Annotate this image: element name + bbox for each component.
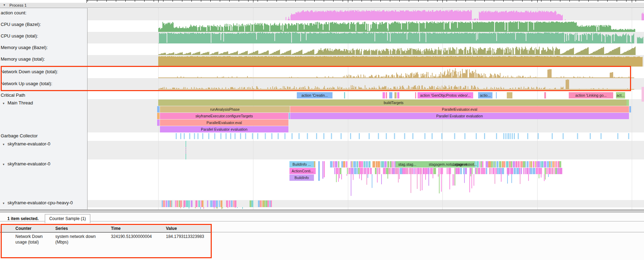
ruler-tick [465,0,466,2]
ruler-tick [636,0,636,2]
collapse-arrow-icon[interactable]: ▾ [3,102,5,105]
ruler-tick [607,0,608,2]
timeline-span[interactable]: ActionConti... [289,168,316,174]
ruler-tick [569,0,570,2]
ruler-tick [201,0,201,2]
collapse-arrow-icon[interactable]: ▾ [3,163,5,166]
timeline-span[interactable]: action 'GenObjcProtos video/... [418,92,473,98]
track-label-memory-usage-total: Memory usage (total): [1,56,45,62]
track-sidebar: action count:CPU usage (Bazel):CPU usage… [0,8,88,210]
ruler-tick [447,0,447,2]
ruler-tick [380,0,381,2]
ruler-tick [88,0,88,2]
ruler-tick [437,0,438,2]
ruler-tick [588,0,589,2]
ruler-tick [617,0,617,2]
track-label-main-thread[interactable]: ▾Main Thread [3,100,33,105]
track-label-garbage-collector: Garbage Collector [1,133,38,138]
ruler-line [86,0,644,0]
ruler-tick [97,0,97,2]
track-label-text: Garbage Collector [1,133,38,138]
ruler-tick [314,0,315,2]
track-label-skyframe-evaluator-0[interactable]: ▾skyframe-evaluator-0 [3,141,50,146]
ruler-tick [513,0,513,2]
ruler-tick [305,0,305,2]
timeline-span-sliver[interactable] [289,113,290,119]
collapse-arrow-icon[interactable]: ▾ [3,143,5,146]
ruler-major-tick [348,0,348,2]
process-header[interactable]: ▾ Process 1 [0,3,644,8]
timeline-span-sliver[interactable] [544,92,546,98]
timeline-span-sliver[interactable] [394,92,397,98]
timeline-span-sliver[interactable] [507,92,512,98]
ruler-tick [144,0,145,2]
timeline-span-sliver[interactable] [626,100,629,106]
timeline-span[interactable]: BuildInfo ... [289,161,314,167]
timeline-span[interactable]: Parallel Evaluator evaluation [290,113,629,119]
collapse-arrow-icon[interactable]: ▾ [4,3,5,7]
track-label-cpu-usage-bazel: CPU usage (Bazel): [1,22,41,27]
track-label-memory-usage-bazel: Memory usage (Bazel): [1,45,48,50]
time-ruler[interactable] [0,0,644,3]
timeline-span-sliver[interactable] [496,92,497,98]
ruler-tick [220,0,220,2]
ruler-tick [409,0,409,2]
ruler-tick [626,0,626,2]
ruler-tick [579,0,579,2]
timeline-span-sliver[interactable] [157,113,160,119]
timeline-span-sliver[interactable] [157,119,160,126]
timeline-span[interactable]: buildTargets [158,100,629,106]
timeline-span-sliver[interactable] [397,92,399,98]
timeline-span[interactable]: runAnalysisPhase [160,106,290,112]
ruler-tick [371,0,371,2]
analysis-panel: 1 item selected. Counter Sample (1) Coun… [0,213,644,260]
ruler-tick [295,0,296,2]
timeline-span-sliver[interactable] [415,92,416,98]
timeline-span-sliver[interactable] [344,92,345,98]
ruler-major-tick [632,0,632,2]
timeline-span-sliver[interactable] [157,106,160,112]
ruler-tick [191,0,192,2]
timeline-span[interactable]: act... [616,92,625,98]
timeline-span[interactable]: Parallel Evaluator evaluation [160,126,288,132]
trace-viewer-window: ▾ Process 1 action 'Creatin...action 'Ge… [0,0,644,260]
timeline-span[interactable]: skyframeExecutor.configureTargets [160,113,288,119]
ruler-tick [541,0,541,2]
track-label-network-down-usage-total: Network Down usage (total): [1,69,58,74]
ruler-tick [229,0,230,2]
column-header-counter[interactable]: Counter [15,225,31,232]
ruler-tick [125,0,126,2]
ruler-tick [560,0,560,2]
timeline-span[interactable]: ParallelEvaluator.eval [160,119,288,126]
ruler-tick [324,0,324,2]
ruler-tick [503,0,504,2]
track-label-skyframe-evaluator-0[interactable]: ▾skyframe-evaluator-0 [3,161,50,166]
ruler-tick [286,0,286,2]
panel-separator-handle[interactable] [0,210,644,213]
timeline-span[interactable]: BuildInfo [289,175,314,181]
timeline-span[interactable]: action 'Creatin... [297,92,332,98]
tab-counter-sample[interactable]: Counter Sample (1) [45,214,90,223]
timeline-span[interactable]: actio... [478,92,492,98]
timeline-span-sliver[interactable] [383,92,385,98]
timeline-span[interactable]: action 'Linking go... [569,92,613,98]
timeline-span[interactable]: ParallelEvaluator.eval [290,106,629,112]
column-header-series[interactable]: Series [55,225,68,232]
ruler-major-tick [537,0,538,2]
column-header-time[interactable]: Time [111,225,121,232]
track-label-skyframe-evaluator-cpu-heavy-0[interactable]: ▾skyframe-evaluator-cpu-heavy-0 [3,200,73,205]
ruler-tick [135,0,135,2]
track-label-text: skyframe-evaluator-0 [8,161,50,166]
track-label-text: CPU usage (total): [1,33,38,39]
timeline-span-sliver[interactable] [386,92,387,98]
table-header: Counter Series Time Value [0,225,212,233]
timeline-span-sliver[interactable] [389,92,392,98]
timeline-span-sliver[interactable] [314,161,315,167]
collapse-arrow-icon[interactable]: ▾ [3,201,5,205]
timeline-span-sliver[interactable] [629,106,631,112]
ruler-tick [248,0,248,2]
column-header-value[interactable]: Value [166,225,177,232]
track-label-text: Main Thread [8,100,33,105]
ruler-tick [399,0,400,2]
span-overlay-label: stag.stag... [398,161,416,167]
